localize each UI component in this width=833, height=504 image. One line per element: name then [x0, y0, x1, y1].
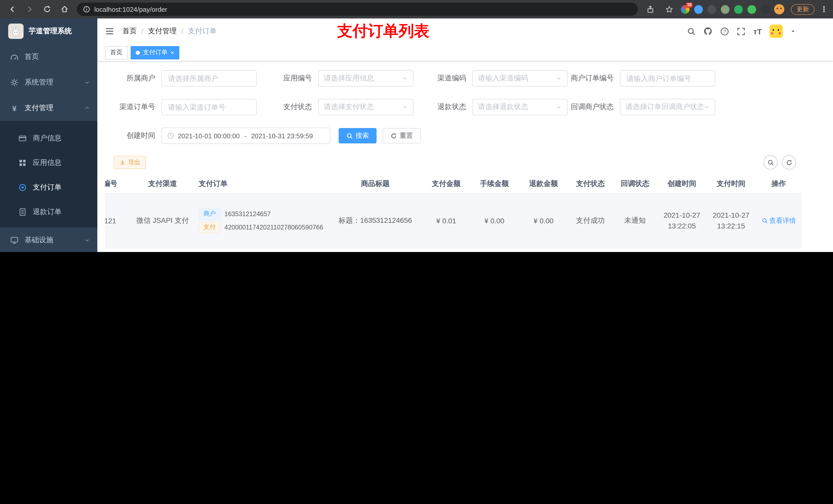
sidebar-item-label: 基础设施 [25, 236, 53, 245]
logo-image [8, 24, 24, 39]
home-button[interactable] [57, 2, 72, 16]
refresh-icon [390, 133, 397, 139]
extension-icon-6[interactable] [747, 5, 756, 14]
sidebar-item-payment[interactable]: ¥ 支付管理 [0, 95, 97, 121]
browser-menu-icon[interactable]: ⋮ [820, 5, 828, 14]
sidebar-item-pay-order[interactable]: 支付订单 [0, 175, 97, 200]
sidebar-item-merchant-info[interactable]: 商户信息 [0, 126, 97, 150]
action-cell: 查看详情 [756, 248, 802, 252]
fullscreen-icon[interactable] [737, 27, 746, 35]
channel-order-no-field[interactable] [167, 102, 251, 112]
refresh-icon [786, 159, 792, 166]
notify-status-cell: 未通知 [613, 248, 657, 252]
sidebar-item-label: 支付管理 [25, 103, 53, 113]
pay-time-cell: 2021-10-2713:19:15 [707, 248, 756, 252]
select-placeholder: 请选择订单回调商户状态 [625, 102, 704, 112]
target-icon [19, 183, 27, 192]
merchant-input-field[interactable] [167, 74, 251, 83]
merchant-order-no-input[interactable] [620, 70, 715, 87]
sidebar-item-system[interactable]: 系统管理 [0, 70, 97, 95]
channel-code-label: 渠道编码 [413, 74, 472, 83]
avatar[interactable] [769, 25, 783, 38]
reset-button[interactable]: 重置 [383, 128, 421, 143]
sidebar-item-home[interactable]: 首页 [0, 44, 97, 70]
reload-button[interactable] [40, 2, 54, 16]
pay-status-label: 支付状态 [257, 102, 318, 112]
view-detail-link[interactable]: 查看详情 [762, 216, 796, 225]
fee-amount-cell: ¥ 0.00 [470, 248, 519, 252]
caret-down-icon[interactable] [790, 29, 795, 34]
refresh-table-button[interactable] [782, 155, 796, 170]
back-button[interactable] [5, 2, 20, 16]
card-icon [19, 134, 27, 142]
tab-label: 首页 [110, 48, 122, 57]
create-time-range-picker[interactable]: 2021-10-01 00:00:00 - 2021-10-31 23:59:5… [161, 127, 330, 144]
pay-amount-cell: ¥ 0.01 [423, 248, 470, 252]
sidebar-item-refund-order[interactable]: 退款订单 [0, 200, 97, 224]
column-header: 支付金额 [423, 175, 470, 193]
help-icon[interactable]: ? [720, 27, 729, 35]
extension-icon-5[interactable] [734, 5, 743, 14]
app-no-select[interactable]: 请选择应用信息 [318, 70, 413, 87]
pay-status-select[interactable]: 请选择支付状态 [318, 99, 413, 115]
extension-icon-2[interactable] [694, 5, 703, 14]
channel-order-no-input[interactable] [161, 99, 257, 115]
font-size-icon[interactable]: тT [753, 27, 762, 35]
product-title-cell: 标题：1635312124656 [328, 193, 423, 248]
column-header: 商品标题 [328, 175, 423, 193]
column-header: 操作 [756, 175, 802, 193]
page-title: 支付订单列表 [337, 21, 429, 42]
pay-status-cell: 支付成功 [568, 248, 613, 252]
sidebar: 芋道管理系统 首页 系统管理 ¥ 支付管理 [0, 19, 97, 252]
url-bar[interactable]: localhost:1024/pay/order [77, 3, 638, 16]
select-placeholder: 请输入渠道编码 [478, 74, 556, 83]
github-icon[interactable] [704, 27, 713, 36]
browser-profile-avatar[interactable] [774, 4, 784, 14]
extension-badge: 10 [686, 2, 693, 7]
merchant-input[interactable] [161, 70, 257, 87]
breadcrumb-section[interactable]: 支付管理 [148, 27, 177, 36]
hamburger-icon[interactable] [105, 27, 114, 36]
order-id-cell: 120 [105, 248, 130, 252]
search-icon[interactable] [687, 27, 696, 35]
extensions-puzzle-icon[interactable] [761, 5, 769, 14]
refund-status-select[interactable]: 请选择退款状态 [472, 99, 568, 115]
chevron-down-icon [84, 79, 90, 86]
tags-view: 首页 支付订单 × [97, 44, 833, 62]
merchant-order-no-field[interactable] [625, 74, 710, 83]
export-button-label: 导出 [128, 158, 140, 167]
extension-icon-4[interactable] [721, 5, 730, 14]
toggle-search-button[interactable] [763, 155, 778, 170]
browser-update-button[interactable]: 更新 [791, 4, 814, 15]
create-time-label: 创建时间 [105, 131, 161, 140]
tab-home[interactable]: 首页 [105, 46, 127, 59]
sidebar-item-infrastructure[interactable]: 基础设施 [0, 227, 97, 252]
tab-pay-order[interactable]: 支付订单 × [130, 46, 179, 59]
channel-code-select[interactable]: 请输入渠道编码 [472, 70, 568, 87]
search-button-label: 搜索 [356, 131, 369, 140]
breadcrumb-separator: / [141, 27, 143, 35]
breadcrumb-current: 支付订单 [188, 27, 217, 36]
site-info-icon[interactable] [83, 6, 90, 13]
sidebar-item-label: 首页 [25, 52, 39, 62]
export-button[interactable]: 导出 [114, 156, 146, 169]
payment-submenu: 商户信息 应用信息 支付订单 [0, 121, 97, 227]
create-time-cell: 2021-10-2713:22:05 [657, 193, 707, 248]
search-button[interactable]: 搜索 [339, 128, 377, 143]
column-header: 退款金额 [519, 175, 568, 193]
close-icon[interactable]: × [171, 49, 174, 55]
sidebar-item-label: 商户信息 [33, 134, 62, 143]
chevron-down-icon [402, 75, 408, 81]
gear-icon [10, 78, 19, 87]
bookmark-star-icon[interactable] [662, 2, 676, 16]
notify-status-select[interactable]: 请选择订单回调商户状态 [620, 99, 715, 115]
pay-order-cell: 商户1635311949168支付42000011812021102777232… [195, 248, 328, 252]
forward-button[interactable] [23, 2, 37, 16]
breadcrumb-home[interactable]: 首页 [122, 27, 137, 36]
date-start: 2021-10-01 00:00:00 [178, 132, 239, 140]
extension-icon-1[interactable]: 10 [681, 5, 690, 14]
share-icon[interactable] [643, 2, 657, 16]
sidebar-item-app-info[interactable]: 应用信息 [0, 150, 97, 175]
merchant-label: 所属商户 [105, 74, 161, 83]
extension-icon-3[interactable] [708, 5, 716, 14]
